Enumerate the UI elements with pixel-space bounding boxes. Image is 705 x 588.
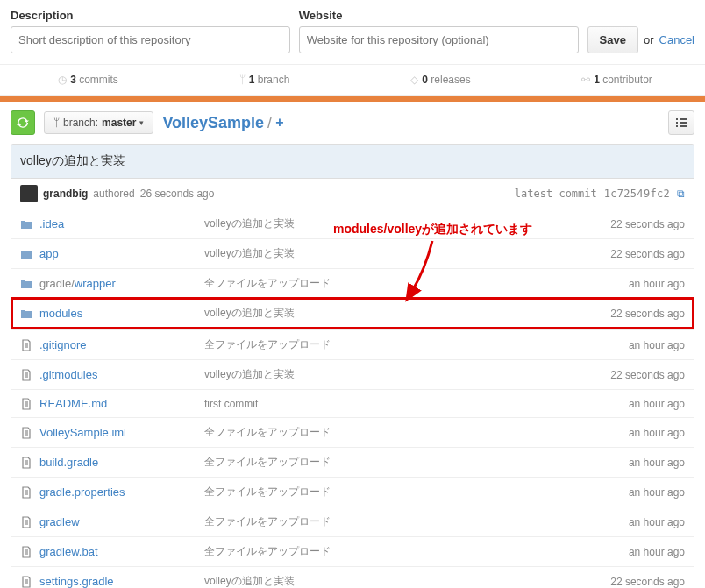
commit-msg[interactable]: 全ファイルをアップロード: [204, 337, 629, 352]
commit-sha[interactable]: 1c72549fc2: [604, 188, 670, 200]
svg-rect-0: [676, 118, 678, 120]
folder-icon: [20, 218, 32, 230]
svg-rect-1: [680, 118, 687, 120]
time-ago: 22 seconds ago: [610, 308, 685, 320]
table-row: .ideavolleyの追加と実装22 seconds ago: [11, 209, 694, 238]
file-icon: [20, 369, 32, 381]
create-file-link[interactable]: +: [275, 115, 283, 131]
table-row: modulesvolleyの追加と実装22 seconds ago: [11, 297, 694, 329]
website-input[interactable]: [299, 26, 579, 53]
table-row: VolleySample.iml全ファイルをアップロードan hour ago: [11, 417, 694, 447]
commit-msg[interactable]: volleyの追加と実装: [204, 367, 610, 382]
time-ago: an hour ago: [629, 457, 685, 469]
latest-commit-message: volleyの追加と実装: [11, 144, 694, 179]
time-ago: an hour ago: [629, 339, 685, 351]
svg-rect-5: [680, 125, 687, 127]
commit-msg[interactable]: first commit: [204, 398, 629, 410]
time-ago: 22 seconds ago: [610, 248, 685, 260]
commit-msg[interactable]: 全ファイルをアップロード: [204, 514, 629, 529]
time-ago: an hour ago: [629, 278, 685, 290]
file-icon: [20, 546, 32, 558]
file-icon: [20, 339, 32, 351]
branches-stat[interactable]: ᛘ1 branch: [176, 65, 352, 95]
switch-view-button[interactable]: [668, 110, 694, 135]
compare-button[interactable]: [11, 110, 35, 135]
file-icon: [20, 576, 32, 588]
commit-msg[interactable]: volleyの追加と実装: [204, 306, 610, 321]
file-link[interactable]: build.gradle: [39, 456, 98, 469]
stats-bar: ◷3 commits ᛘ1 branch ◇0 releases ⚯1 cont…: [0, 64, 705, 96]
commits-stat[interactable]: ◷3 commits: [0, 65, 176, 95]
copy-sha-icon[interactable]: ⧉: [677, 188, 685, 200]
commit-msg[interactable]: 全ファイルをアップロード: [204, 544, 629, 559]
table-row: gradle.properties全ファイルをアップロードan hour ago: [11, 477, 694, 507]
table-row: gradlew.bat全ファイルをアップロードan hour ago: [11, 536, 694, 566]
file-link[interactable]: .idea: [39, 217, 64, 230]
repo-root-link[interactable]: VolleySample: [162, 114, 264, 132]
releases-stat[interactable]: ◇0 releases: [352, 65, 529, 95]
branch-selector[interactable]: ᛘ branch: master ▾: [44, 111, 153, 134]
repo-meta-form: Description Website Save or Cancel: [0, 0, 705, 64]
svg-rect-2: [676, 122, 678, 124]
file-icon: [20, 427, 32, 439]
avatar: [20, 185, 38, 202]
contributors-stat[interactable]: ⚯1 contributor: [529, 65, 705, 95]
file-link[interactable]: .gitmodules: [39, 368, 97, 381]
description-input[interactable]: [11, 26, 290, 53]
file-link[interactable]: VolleySample.iml: [39, 426, 126, 439]
folder-icon: [20, 308, 32, 320]
contributor-icon: ⚯: [581, 74, 590, 86]
time-ago: 22 seconds ago: [610, 218, 685, 230]
tag-icon: ◇: [410, 74, 418, 86]
time-ago: 22 seconds ago: [610, 369, 685, 381]
time-ago: an hour ago: [629, 546, 685, 558]
description-label: Description: [11, 9, 290, 22]
branch-icon: ᛘ: [239, 74, 246, 86]
file-link[interactable]: README.md: [39, 397, 107, 410]
folder-icon: [20, 278, 32, 290]
commit-msg[interactable]: volleyの追加と実装: [204, 574, 610, 588]
table-row: build.gradle全ファイルをアップロードan hour ago: [11, 447, 694, 477]
or-text: or: [644, 33, 654, 46]
file-icon: [20, 398, 32, 410]
table-row: .gitmodulesvolleyの追加と実装22 seconds ago: [11, 359, 694, 389]
commit-msg[interactable]: 全ファイルをアップロード: [204, 485, 629, 499]
folder-icon: [20, 248, 32, 260]
website-label: Website: [299, 9, 579, 22]
time-ago: an hour ago: [629, 398, 685, 410]
file-link[interactable]: settings.gradle: [39, 575, 114, 588]
time-ago: an hour ago: [629, 486, 685, 499]
file-link[interactable]: gradlew: [39, 515, 80, 528]
breadcrumb: VolleySample / +: [162, 114, 283, 132]
time-ago: an hour ago: [629, 427, 685, 439]
file-link[interactable]: .gitignore: [39, 338, 86, 351]
chevron-down-icon: ▾: [139, 118, 144, 127]
cancel-link[interactable]: Cancel: [659, 33, 694, 46]
commit-msg[interactable]: volleyの追加と実装: [204, 246, 610, 261]
branch-icon: ᛘ: [53, 117, 60, 129]
commit-msg[interactable]: 全ファイルをアップロード: [204, 276, 629, 291]
file-link[interactable]: gradlew.bat: [39, 545, 98, 558]
commits-icon: ◷: [58, 74, 67, 86]
list-icon: [676, 117, 687, 128]
sync-icon: [17, 117, 29, 129]
author-row: grandbig authored 26 seconds ago latest …: [11, 179, 694, 209]
file-table: .ideavolleyの追加と実装22 seconds agoappvolley…: [11, 209, 694, 588]
file-link[interactable]: modules: [39, 307, 82, 320]
file-link[interactable]: app: [39, 247, 59, 260]
file-link[interactable]: gradle.properties: [39, 485, 125, 499]
commit-msg[interactable]: volleyの追加と実装: [204, 216, 610, 231]
save-button[interactable]: Save: [588, 26, 638, 53]
time-ago: an hour ago: [629, 516, 685, 528]
svg-rect-3: [680, 122, 687, 124]
table-row: appvolleyの追加と実装22 seconds ago: [11, 238, 694, 268]
table-row: gradlew全ファイルをアップロードan hour ago: [11, 507, 694, 536]
svg-rect-4: [676, 125, 678, 127]
commit-msg[interactable]: 全ファイルをアップロード: [204, 425, 629, 440]
commit-msg[interactable]: 全ファイルをアップロード: [204, 455, 629, 470]
author-name[interactable]: grandbig: [43, 188, 88, 200]
repo-nav: ᛘ branch: master ▾ VolleySample / +: [0, 102, 705, 144]
file-icon: [20, 457, 32, 469]
table-row: .gitignore全ファイルをアップロードan hour ago: [11, 329, 694, 359]
table-row: settings.gradlevolleyの追加と実装22 seconds ag…: [11, 566, 694, 588]
